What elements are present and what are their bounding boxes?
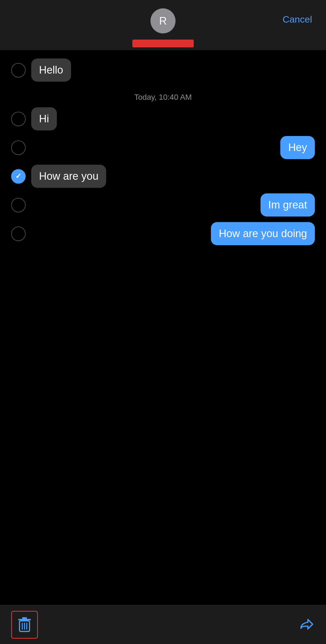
avatar[interactable]: R bbox=[150, 8, 176, 33]
message-bubble-1[interactable]: Hello bbox=[31, 59, 71, 82]
header: R Cancel bbox=[0, 0, 326, 50]
select-circle-6[interactable] bbox=[11, 227, 26, 241]
message-bubble-3[interactable]: Hey bbox=[280, 136, 315, 159]
cancel-button[interactable]: Cancel bbox=[283, 14, 312, 25]
message-row: Hello bbox=[0, 59, 326, 82]
select-circle-3[interactable] bbox=[11, 140, 26, 155]
delete-button[interactable] bbox=[15, 614, 34, 635]
select-circle-1[interactable] bbox=[11, 63, 26, 77]
message-row: Im great bbox=[0, 193, 326, 217]
message-bubble-2[interactable]: Hi bbox=[31, 107, 57, 130]
contact-name-bar bbox=[132, 40, 194, 47]
message-row: Hey bbox=[0, 136, 326, 159]
message-bubble-4[interactable]: How are you bbox=[31, 165, 106, 188]
messages-area: Hello Today, 10:40 AM Hi Hey How are you… bbox=[0, 50, 326, 605]
timestamp: Today, 10:40 AM bbox=[0, 87, 326, 107]
svg-rect-1 bbox=[22, 617, 27, 619]
message-bubble-6[interactable]: How are you doing bbox=[211, 222, 315, 245]
bottom-toolbar bbox=[0, 605, 326, 644]
delete-button-wrapper[interactable] bbox=[11, 611, 38, 639]
message-bubble-5[interactable]: Im great bbox=[261, 193, 315, 217]
select-circle-2[interactable] bbox=[11, 112, 26, 126]
share-button[interactable] bbox=[295, 614, 315, 635]
trash-icon bbox=[15, 614, 34, 634]
svg-rect-0 bbox=[18, 619, 31, 620]
message-row: How are you doing bbox=[0, 222, 326, 245]
message-row: Hi bbox=[0, 107, 326, 130]
select-circle-4[interactable] bbox=[11, 169, 26, 184]
message-row: How are you bbox=[0, 165, 326, 188]
select-circle-5[interactable] bbox=[11, 198, 26, 212]
share-icon bbox=[295, 614, 315, 634]
